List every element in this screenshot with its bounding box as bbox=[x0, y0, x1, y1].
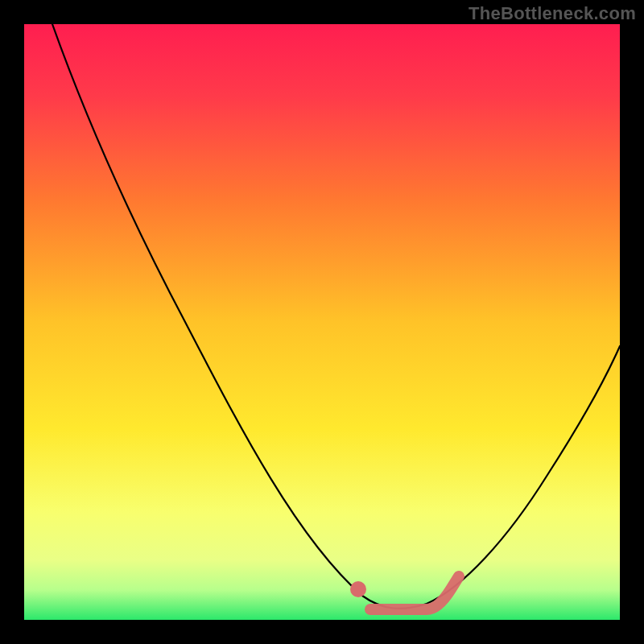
chart-svg bbox=[24, 24, 620, 620]
optimal-marker-dot bbox=[350, 581, 366, 597]
plot-area bbox=[24, 24, 620, 620]
watermark-text: TheBottleneck.com bbox=[469, 3, 636, 24]
gradient-background bbox=[24, 24, 620, 620]
chart-stage: TheBottleneck.com bbox=[0, 0, 644, 644]
